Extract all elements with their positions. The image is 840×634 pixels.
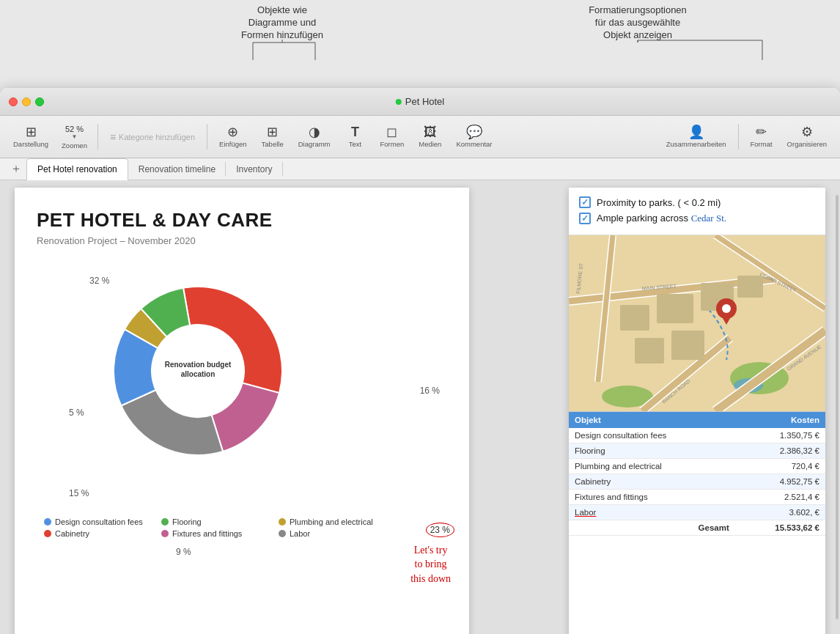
table-cell-cost: 720,4 € (735, 459, 825, 474)
tab-inventory-label: Inventory (236, 164, 272, 174)
window-title-area: Pet Hotel (396, 96, 444, 107)
svg-rect-45 (635, 338, 664, 364)
toolbar-sep-1 (97, 124, 98, 150)
checkbox-1-text: Proximity to parks. ( < 0.2 mi) (597, 197, 721, 208)
table-wrapper: Objekt Kosten Design consultation fees 1… (569, 411, 825, 536)
legend-label-flooring: Flooring (172, 517, 202, 526)
legend-item-labor: Labor (279, 529, 381, 538)
toolbar-zoomen[interactable]: 52 % ▼ Zoomen (57, 122, 92, 152)
legend-label-labor: Labor (290, 529, 310, 538)
data-table: Objekt Kosten Design consultation fees 1… (569, 412, 825, 536)
pct-5-label: 5 % (69, 408, 84, 418)
map-container: GRAND AVENUE RANCH ROAD MAIN STREET FI (569, 235, 825, 411)
legend-dot-flooring (161, 518, 169, 526)
close-button[interactable] (9, 97, 18, 106)
kategorie-icon: ≡ (110, 132, 116, 142)
tabelle-icon: ⊞ (267, 125, 278, 139)
legend-item-design: Design consultation fees (44, 517, 147, 526)
table-row: Fixtures and fittings 2.521,4 € (569, 490, 825, 505)
toolbar-tabelle[interactable]: ⊞ Tabelle (256, 122, 290, 151)
toolbar-zusammenarbeiten[interactable]: 👤 Zusammenarbeiten (660, 122, 732, 151)
svg-rect-46 (671, 331, 704, 360)
toolbar-format[interactable]: ✏ Format (745, 122, 778, 151)
minimize-button[interactable] (22, 97, 31, 106)
toolbar-einfuegen[interactable]: ⊕ Einfügen (213, 122, 253, 151)
svg-rect-41 (620, 305, 649, 331)
fullscreen-button[interactable] (35, 97, 44, 106)
checkbox-1[interactable] (579, 196, 591, 208)
checkbox-2[interactable] (579, 213, 591, 224)
svg-rect-42 (657, 294, 693, 323)
document-indicator (396, 99, 402, 105)
table-cell-item: Cabinetry (569, 474, 735, 490)
svg-point-48 (722, 304, 731, 313)
legend-label-cabinetry: Cabinetry (55, 529, 89, 538)
table-header-row: Objekt Kosten (569, 412, 825, 428)
main-window: Pet Hotel ⊞ Darstellung 52 % ▼ Zoomen ≡ … (0, 88, 840, 634)
pct-16-label: 16 % (420, 386, 440, 396)
table-row: Flooring 2.386,32 € (569, 443, 825, 459)
table-cell-item: Labor (569, 505, 735, 520)
table-row: Cabinetry 4.952,75 € (569, 474, 825, 490)
chart-container: 32 % 5 % 15 % 9 % 16 % 23 % (37, 261, 447, 510)
tab-inventory[interactable]: Inventory (226, 158, 282, 180)
darstellung-label: Darstellung (13, 140, 48, 148)
donut-chart-final: Renovation budgetallocation (88, 261, 308, 481)
toolbar-darstellung[interactable]: ⊞ Darstellung (7, 122, 54, 151)
handwritten-cedar: Cedar St. (691, 213, 726, 224)
window-title: Pet Hotel (405, 96, 444, 107)
checkbox-row-2: Ample parking across Cedar St. (579, 213, 815, 224)
toolbar-formen[interactable]: ◻ Formen (375, 122, 410, 151)
tabs-bar: ＋ Pet Hotel renovation Renovation timeli… (0, 158, 840, 180)
legend-dot-design (44, 518, 51, 526)
add-tab-button[interactable]: ＋ (6, 158, 26, 180)
einfuegen-label: Einfügen (219, 140, 247, 148)
traffic-lights (9, 97, 44, 106)
pct-23-circled: 23 % (426, 523, 454, 537)
zusammenarbeiten-icon: 👤 (688, 125, 704, 139)
col-header-kosten: Kosten (735, 412, 825, 428)
table-cell-cost: 2.386,32 € (735, 443, 825, 459)
toolbar-diagramm[interactable]: ◑ Diagramm (292, 122, 336, 151)
zoom-label: Zoomen (62, 141, 87, 150)
legend-label-design: Design consultation fees (55, 517, 143, 526)
diagramm-icon: ◑ (309, 125, 320, 139)
chart-legend: Design consultation fees Flooring Plumbi… (37, 517, 447, 538)
legend-dot-plumbing (279, 518, 286, 526)
medien-label: Medien (419, 140, 441, 148)
table-cell-item: Flooring (569, 443, 735, 459)
table-cell-item: Fixtures and fittings (569, 490, 735, 505)
zoom-arrow-icon: ▼ (72, 133, 78, 140)
legend-label-plumbing: Plumbing and electrical (290, 517, 373, 526)
tabelle-label: Tabelle (262, 140, 284, 148)
toolbar-kategorie[interactable]: ≡ Kategorie hinzufügen (104, 129, 201, 145)
table-cell-item: Design consultation fees (569, 428, 735, 443)
zusammenarbeiten-label: Zusammenarbeiten (666, 140, 726, 148)
lets-try-annotation: Let's tryto bringthis down (410, 543, 451, 586)
organisieren-label: Organisieren (787, 140, 827, 148)
text-icon: T (351, 125, 359, 139)
scrollbar[interactable] (836, 195, 839, 619)
toolbar-sep-3 (738, 124, 739, 150)
toolbar-text[interactable]: T Text (339, 122, 372, 151)
svg-text:Diagramme und: Diagramme und (248, 17, 317, 28)
document-page: PET HOTEL & DAY CARE Renovation Project … (15, 188, 469, 634)
svg-rect-44 (737, 276, 763, 298)
toolbar-medien[interactable]: 🖼 Medien (413, 122, 447, 151)
darstellung-icon: ⊞ (26, 125, 37, 139)
tab-timeline[interactable]: Renovation timeline (128, 158, 226, 180)
toolbar-organisieren[interactable]: ⚙ Organisieren (781, 122, 833, 151)
legend-item-cabinetry: Cabinetry (44, 529, 147, 538)
table-cell-cost: 2.521,4 € (735, 490, 825, 505)
col-header-objekt: Objekt (569, 412, 735, 428)
table-total-row: Gesamt 15.533,62 € (569, 520, 825, 536)
tab-renovation[interactable]: Pet Hotel renovation (26, 158, 128, 180)
svg-text:allocation: allocation (181, 370, 215, 378)
svg-text:für das ausgewählte: für das ausgewählte (595, 17, 680, 28)
table-cell-cost: 1.350,75 € (735, 428, 825, 443)
kommentar-label: Kommentar (456, 140, 492, 148)
text-label: Text (349, 140, 361, 148)
table-cell-cost: 4.952,75 € (735, 474, 825, 490)
diagramm-label: Diagramm (298, 140, 331, 148)
toolbar-kommentar[interactable]: 💬 Kommentar (450, 122, 498, 151)
